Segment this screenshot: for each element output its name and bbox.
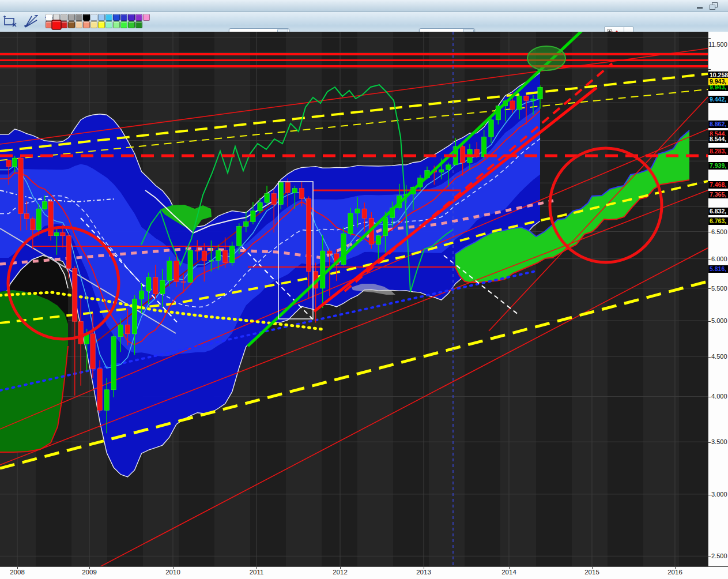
color-swatch[interactable] xyxy=(68,21,75,28)
indicator-price-label: 6.832, xyxy=(708,208,728,215)
rectangle-tool-icon[interactable] xyxy=(2,14,18,29)
year-label: 2016 xyxy=(662,569,688,576)
price-tick-label: 5.000 xyxy=(708,317,728,324)
restore-window-icon[interactable] xyxy=(708,2,718,9)
window-titlebar xyxy=(0,0,728,12)
year-label: 2014 xyxy=(496,569,522,576)
year-label: 2011 xyxy=(244,569,269,576)
color-swatch[interactable] xyxy=(135,21,142,28)
color-swatch[interactable] xyxy=(120,21,127,28)
price-tick-label: 3.000 xyxy=(708,491,728,498)
chart-plot-area[interactable] xyxy=(0,32,708,566)
color-swatch[interactable] xyxy=(76,14,82,21)
color-swatch[interactable] xyxy=(61,14,67,21)
indicator-price-label: 5.816, xyxy=(708,265,728,273)
color-swatch[interactable] xyxy=(113,21,120,28)
indicator-price-label: 8.544, xyxy=(708,136,728,143)
candlestick-chart[interactable] xyxy=(0,32,708,566)
color-palette xyxy=(46,14,150,29)
year-label: 2012 xyxy=(327,569,353,576)
price-tick-label: 6.500 xyxy=(708,228,728,235)
color-swatch[interactable] xyxy=(143,14,150,21)
price-tick-label: 4.500 xyxy=(708,353,728,360)
price-tick-label: 3.500 xyxy=(708,438,728,445)
color-swatch[interactable] xyxy=(83,14,90,21)
color-swatch[interactable] xyxy=(90,21,97,28)
year-label: 2009 xyxy=(77,569,102,576)
indicator-price-label: 7.468, xyxy=(708,181,728,189)
color-swatch[interactable] xyxy=(120,14,127,21)
color-swatch[interactable] xyxy=(105,14,112,21)
price-tick-label: 5.500 xyxy=(708,285,728,292)
time-axis[interactable]: 200820092010201120122013201420152016 xyxy=(0,566,728,579)
color-swatch[interactable] xyxy=(90,14,97,21)
year-label: 2015 xyxy=(579,569,605,576)
indicator-price-label: 9.442, xyxy=(708,96,728,103)
color-swatch[interactable] xyxy=(113,14,120,21)
color-swatch[interactable] xyxy=(51,20,61,29)
color-swatch[interactable] xyxy=(61,21,67,28)
drawing-toolbar: 200 Einheiten ▼ Monatlich ▼ ▼ xyxy=(0,12,728,32)
indicator-price-label: 9.943, xyxy=(708,78,728,85)
color-swatch[interactable] xyxy=(68,14,75,21)
trend-fan-tool-icon[interactable] xyxy=(23,14,39,29)
indicator-price-label: 8.862, xyxy=(708,121,728,128)
color-swatch[interactable] xyxy=(128,21,135,28)
color-swatch[interactable] xyxy=(98,21,105,28)
indicator-price-label: 7.365, xyxy=(708,191,728,198)
color-swatch[interactable] xyxy=(83,21,90,28)
price-tick-label: 2.500 xyxy=(708,552,728,559)
price-tick-label: 6.000 xyxy=(708,255,728,262)
year-label: 2013 xyxy=(411,569,436,576)
color-swatch[interactable] xyxy=(105,21,112,28)
minimize-icon[interactable] xyxy=(696,2,705,9)
color-swatch[interactable] xyxy=(135,14,142,21)
indicator-price-label: 6.763, xyxy=(708,217,728,225)
year-label: 2008 xyxy=(5,569,30,576)
price-tick-label: 4.000 xyxy=(708,393,728,400)
indicator-price-label: 7.939, xyxy=(708,162,728,170)
color-swatch[interactable] xyxy=(98,14,105,21)
year-label: 2010 xyxy=(160,569,186,576)
color-swatch[interactable] xyxy=(128,14,135,21)
price-tick-label: 11.500 xyxy=(708,34,728,48)
indicator-price-label: 8.283, xyxy=(708,148,728,155)
price-axis[interactable]: 11.50010.5006.5006.0005.5005.0004.5004.0… xyxy=(708,32,728,566)
color-swatch[interactable] xyxy=(76,21,82,28)
